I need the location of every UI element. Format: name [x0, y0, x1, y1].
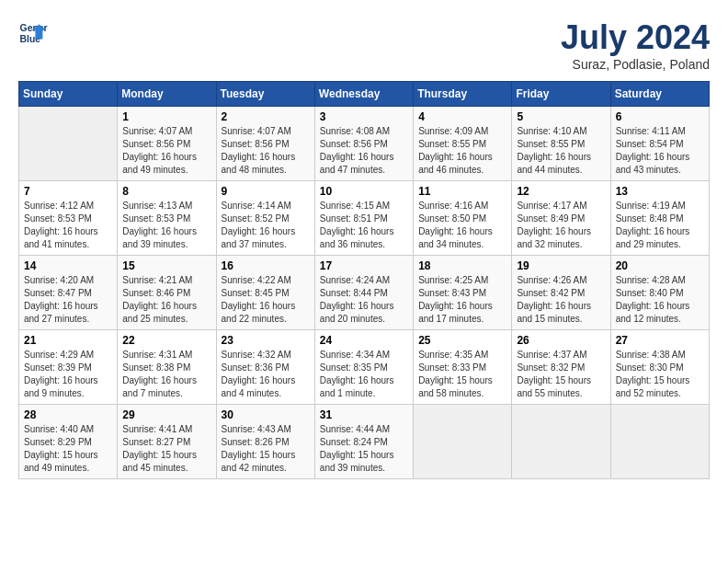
calendar-cell: 2Sunrise: 4:07 AM Sunset: 8:56 PM Daylig…	[216, 107, 314, 181]
day-number: 20	[616, 259, 704, 272]
calendar-week-5: 28Sunrise: 4:40 AM Sunset: 8:29 PM Dayli…	[19, 405, 710, 479]
day-number: 14	[24, 259, 112, 272]
day-number: 18	[418, 259, 506, 272]
day-number: 6	[616, 110, 704, 123]
day-number: 23	[222, 334, 310, 347]
day-number: 25	[418, 334, 506, 347]
calendar-cell: 25Sunrise: 4:35 AM Sunset: 8:33 PM Dayli…	[414, 330, 512, 405]
calendar-week-2: 7Sunrise: 4:12 AM Sunset: 8:53 PM Daylig…	[19, 181, 710, 256]
day-info: Sunrise: 4:08 AM Sunset: 8:56 PM Dayligh…	[320, 125, 408, 177]
calendar-cell: 24Sunrise: 4:34 AM Sunset: 8:35 PM Dayli…	[314, 330, 413, 405]
day-number: 2	[222, 110, 310, 123]
calendar-cell: 26Sunrise: 4:37 AM Sunset: 8:32 PM Dayli…	[512, 330, 610, 405]
calendar-week-3: 14Sunrise: 4:20 AM Sunset: 8:47 PM Dayli…	[19, 256, 710, 330]
weekday-header-sunday: Sunday	[19, 82, 118, 107]
calendar-cell: 14Sunrise: 4:20 AM Sunset: 8:47 PM Dayli…	[19, 256, 118, 330]
calendar-cell	[414, 405, 512, 479]
day-number: 8	[122, 185, 210, 198]
day-info: Sunrise: 4:17 AM Sunset: 8:49 PM Dayligh…	[517, 200, 605, 251]
day-number: 26	[517, 334, 605, 347]
day-number: 21	[24, 334, 112, 347]
logo-icon: General Blue	[18, 18, 48, 48]
day-info: Sunrise: 4:32 AM Sunset: 8:36 PM Dayligh…	[222, 349, 310, 400]
day-info: Sunrise: 4:07 AM Sunset: 8:56 PM Dayligh…	[122, 125, 210, 177]
day-info: Sunrise: 4:37 AM Sunset: 8:32 PM Dayligh…	[517, 349, 605, 400]
calendar-cell: 30Sunrise: 4:43 AM Sunset: 8:26 PM Dayli…	[216, 405, 314, 479]
day-number: 28	[24, 408, 112, 421]
day-number: 16	[222, 259, 310, 272]
calendar-cell: 6Sunrise: 4:11 AM Sunset: 8:54 PM Daylig…	[610, 107, 709, 181]
day-info: Sunrise: 4:12 AM Sunset: 8:53 PM Dayligh…	[24, 200, 112, 251]
day-info: Sunrise: 4:22 AM Sunset: 8:45 PM Dayligh…	[222, 274, 310, 326]
day-info: Sunrise: 4:25 AM Sunset: 8:43 PM Dayligh…	[418, 274, 506, 326]
day-info: Sunrise: 4:31 AM Sunset: 8:38 PM Dayligh…	[122, 349, 210, 400]
day-number: 13	[616, 185, 704, 198]
day-info: Sunrise: 4:21 AM Sunset: 8:46 PM Dayligh…	[122, 274, 210, 326]
day-info: Sunrise: 4:19 AM Sunset: 8:48 PM Dayligh…	[616, 200, 704, 251]
weekday-header-friday: Friday	[512, 82, 610, 107]
calendar-cell: 27Sunrise: 4:38 AM Sunset: 8:30 PM Dayli…	[610, 330, 709, 405]
calendar-cell: 16Sunrise: 4:22 AM Sunset: 8:45 PM Dayli…	[216, 256, 314, 330]
calendar-week-1: 1Sunrise: 4:07 AM Sunset: 8:56 PM Daylig…	[19, 107, 710, 181]
day-number: 29	[122, 408, 210, 421]
calendar-cell	[19, 107, 118, 181]
day-info: Sunrise: 4:15 AM Sunset: 8:51 PM Dayligh…	[320, 200, 408, 251]
day-number: 3	[320, 110, 408, 123]
calendar-cell: 20Sunrise: 4:28 AM Sunset: 8:40 PM Dayli…	[610, 256, 709, 330]
weekday-header-saturday: Saturday	[610, 82, 709, 107]
day-info: Sunrise: 4:14 AM Sunset: 8:52 PM Dayligh…	[222, 200, 310, 251]
day-info: Sunrise: 4:34 AM Sunset: 8:35 PM Dayligh…	[320, 349, 408, 400]
calendar-cell: 10Sunrise: 4:15 AM Sunset: 8:51 PM Dayli…	[314, 181, 413, 256]
day-info: Sunrise: 4:43 AM Sunset: 8:26 PM Dayligh…	[222, 423, 310, 475]
day-info: Sunrise: 4:40 AM Sunset: 8:29 PM Dayligh…	[24, 423, 112, 475]
day-info: Sunrise: 4:24 AM Sunset: 8:44 PM Dayligh…	[320, 274, 408, 326]
day-number: 31	[320, 408, 408, 421]
day-info: Sunrise: 4:11 AM Sunset: 8:54 PM Dayligh…	[616, 125, 704, 177]
calendar-cell	[512, 405, 610, 479]
calendar-cell: 22Sunrise: 4:31 AM Sunset: 8:38 PM Dayli…	[118, 330, 216, 405]
calendar-cell: 28Sunrise: 4:40 AM Sunset: 8:29 PM Dayli…	[19, 405, 118, 479]
calendar-cell: 1Sunrise: 4:07 AM Sunset: 8:56 PM Daylig…	[118, 107, 216, 181]
day-info: Sunrise: 4:13 AM Sunset: 8:53 PM Dayligh…	[122, 200, 210, 251]
day-info: Sunrise: 4:20 AM Sunset: 8:47 PM Dayligh…	[24, 274, 112, 326]
calendar-week-4: 21Sunrise: 4:29 AM Sunset: 8:39 PM Dayli…	[19, 330, 710, 405]
calendar-cell: 17Sunrise: 4:24 AM Sunset: 8:44 PM Dayli…	[314, 256, 413, 330]
day-number: 12	[517, 185, 605, 198]
day-number: 22	[122, 334, 210, 347]
day-number: 9	[222, 185, 310, 198]
calendar-cell: 4Sunrise: 4:09 AM Sunset: 8:55 PM Daylig…	[414, 107, 512, 181]
day-info: Sunrise: 4:16 AM Sunset: 8:50 PM Dayligh…	[418, 200, 506, 251]
calendar-cell: 5Sunrise: 4:10 AM Sunset: 8:55 PM Daylig…	[512, 107, 610, 181]
calendar-cell: 12Sunrise: 4:17 AM Sunset: 8:49 PM Dayli…	[512, 181, 610, 256]
weekday-header-monday: Monday	[118, 82, 216, 107]
title-area: July 2024 Suraz, Podlasie, Poland	[561, 18, 710, 72]
calendar-cell: 31Sunrise: 4:44 AM Sunset: 8:24 PM Dayli…	[314, 405, 413, 479]
day-info: Sunrise: 4:28 AM Sunset: 8:40 PM Dayligh…	[616, 274, 704, 326]
day-info: Sunrise: 4:09 AM Sunset: 8:55 PM Dayligh…	[418, 125, 506, 177]
location: Suraz, Podlasie, Poland	[561, 57, 710, 72]
day-number: 4	[418, 110, 506, 123]
calendar-cell	[610, 405, 709, 479]
day-number: 27	[616, 334, 704, 347]
day-number: 11	[418, 185, 506, 198]
calendar-cell: 15Sunrise: 4:21 AM Sunset: 8:46 PM Dayli…	[118, 256, 216, 330]
day-number: 19	[517, 259, 605, 272]
day-number: 17	[320, 259, 408, 272]
day-info: Sunrise: 4:26 AM Sunset: 8:42 PM Dayligh…	[517, 274, 605, 326]
day-number: 24	[320, 334, 408, 347]
calendar-cell: 21Sunrise: 4:29 AM Sunset: 8:39 PM Dayli…	[19, 330, 118, 405]
calendar-cell: 9Sunrise: 4:14 AM Sunset: 8:52 PM Daylig…	[216, 181, 314, 256]
day-info: Sunrise: 4:38 AM Sunset: 8:30 PM Dayligh…	[616, 349, 704, 400]
day-number: 1	[122, 110, 210, 123]
day-info: Sunrise: 4:07 AM Sunset: 8:56 PM Dayligh…	[222, 125, 310, 177]
day-info: Sunrise: 4:44 AM Sunset: 8:24 PM Dayligh…	[320, 423, 408, 475]
day-info: Sunrise: 4:35 AM Sunset: 8:33 PM Dayligh…	[418, 349, 506, 400]
weekday-header-thursday: Thursday	[414, 82, 512, 107]
day-number: 7	[24, 185, 112, 198]
weekday-header-row: SundayMondayTuesdayWednesdayThursdayFrid…	[19, 82, 710, 107]
calendar-cell: 13Sunrise: 4:19 AM Sunset: 8:48 PM Dayli…	[610, 181, 709, 256]
day-number: 10	[320, 185, 408, 198]
weekday-header-tuesday: Tuesday	[216, 82, 314, 107]
calendar-table: SundayMondayTuesdayWednesdayThursdayFrid…	[18, 81, 710, 479]
calendar-cell: 18Sunrise: 4:25 AM Sunset: 8:43 PM Dayli…	[414, 256, 512, 330]
